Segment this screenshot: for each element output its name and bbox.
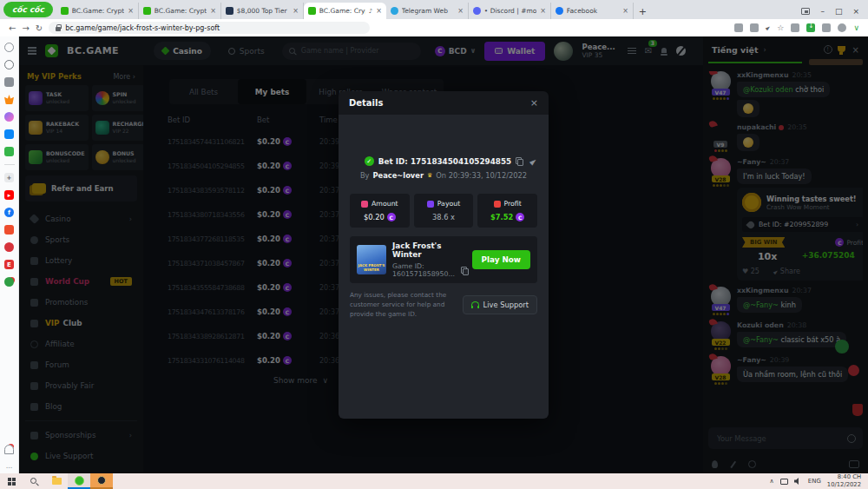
stat-payout: Payout 38.6 x: [414, 194, 474, 228]
bcgame-page: BC.GAME Casino Sports Game name | Provid…: [19, 36, 868, 473]
back-button[interactable]: ←: [9, 23, 16, 33]
payout-icon: [427, 201, 434, 208]
green-app-icon[interactable]: [4, 277, 14, 287]
copy-icon[interactable]: [516, 157, 523, 165]
profile-icon[interactable]: [838, 23, 846, 32]
profit-icon: [494, 201, 501, 208]
coccoc-taskbar-button[interactable]: [68, 473, 90, 489]
reload-button[interactable]: ↻: [36, 23, 43, 33]
tray-caret-icon[interactable]: ∧: [770, 478, 774, 485]
extension-icon[interactable]: [822, 23, 831, 32]
url-field[interactable]: bc.game/game/jack-frost-s-winter-by-pg-s…: [49, 22, 370, 34]
browser-tab-active[interactable]: BC.Game: Crypto Ca ♪ ×: [304, 3, 386, 19]
browser-tab[interactable]: • Discord | #mod-ann ×: [469, 3, 551, 19]
headset-icon: [471, 301, 479, 308]
forward-button[interactable]: →: [22, 23, 29, 33]
play-now-button[interactable]: Play Now: [472, 250, 530, 269]
modal-body: ► ✓ Bet ID: 1751834504105294855 By Peace…: [339, 115, 549, 419]
network-icon[interactable]: [780, 479, 788, 485]
folder-icon: [52, 478, 62, 485]
bookmark-star-icon[interactable]: ☆: [777, 23, 784, 32]
copy-icon[interactable]: [461, 267, 465, 274]
messenger-icon[interactable]: [4, 112, 14, 122]
discord-favicon: [473, 7, 481, 15]
zalo-icon[interactable]: [4, 129, 14, 139]
browser-tab[interactable]: BC.Game: Crypto Casino ×: [139, 3, 221, 19]
bet-stats: Amount $0.20C Payout 38.6 x Profit $7.52…: [350, 194, 537, 228]
youtube-icon[interactable]: ▸: [4, 190, 14, 200]
amount-icon: [361, 201, 368, 208]
bcgame-favicon: [308, 7, 316, 15]
tab-audio-icon[interactable]: ♪: [369, 8, 372, 15]
settings-gear-icon[interactable]: [4, 43, 14, 52]
window-maximize-button[interactable]: □: [835, 7, 843, 16]
more-icon[interactable]: ...: [6, 462, 13, 470]
stat-amount: Amount $0.20C: [350, 194, 410, 228]
tab-close-icon[interactable]: ×: [540, 7, 546, 15]
save-page-icon[interactable]: [734, 23, 743, 32]
tab-close-icon[interactable]: ×: [128, 7, 134, 15]
download-extension-icon[interactable]: [806, 23, 815, 32]
reading-list-icon[interactable]: [4, 77, 14, 87]
notification-bell-icon[interactable]: [4, 445, 14, 454]
modal-close-icon[interactable]: ×: [530, 97, 538, 109]
tab-close-icon[interactable]: ×: [622, 7, 628, 15]
coccoc-logo[interactable]: cốc cốc: [3, 2, 53, 17]
support-note: Any issues, please contact the customer …: [350, 291, 456, 320]
browser-tab[interactable]: Telegram Web ×: [386, 3, 469, 19]
game-thumbnail[interactable]: JACK FROST'S WINTER: [357, 245, 386, 274]
tab-close-icon[interactable]: ×: [210, 7, 216, 15]
adblock-shield-icon[interactable]: [791, 23, 799, 32]
address-bar-icons: ► ☆ ∨: [734, 23, 859, 32]
start-button[interactable]: [0, 473, 23, 489]
bettor-username[interactable]: Peace~lover: [373, 171, 424, 180]
translate-icon[interactable]: [750, 23, 759, 32]
coccoc-icon: [75, 476, 84, 486]
app-icon: [97, 476, 106, 485]
tab-search-icon[interactable]: [801, 8, 810, 15]
speaker-icon[interactable]: [794, 478, 802, 486]
keyboard-language[interactable]: ENG: [808, 478, 821, 485]
game-name: Jack Frost's Winter: [392, 241, 466, 259]
browser-tab[interactable]: Facebook ×: [551, 3, 634, 19]
flashing-app-button[interactable]: [90, 473, 113, 489]
tab-close-icon[interactable]: ×: [457, 7, 464, 15]
add-shortcut-icon[interactable]: +: [4, 173, 14, 182]
tab-close-icon[interactable]: ×: [376, 7, 382, 15]
address-bar: ← → ↻ bc.game/game/jack-frost-s-winter-b…: [0, 19, 868, 36]
bet-id-text: Bet ID: 1751834504105294855: [378, 157, 511, 166]
e-site-icon[interactable]: E: [4, 260, 14, 269]
windows-taskbar: ∧ ENG 8:40 CH 10/12/2022: [0, 473, 868, 489]
facebook-favicon: [556, 7, 563, 15]
history-icon[interactable]: [4, 60, 14, 69]
window-minimize-button[interactable]: –: [820, 7, 825, 16]
crown-icon: ♛: [427, 172, 432, 179]
shopee-icon[interactable]: [4, 225, 14, 235]
share-icon[interactable]: ►: [764, 23, 772, 32]
taskbar-search-button[interactable]: [23, 473, 45, 489]
tab-close-icon[interactable]: ×: [293, 7, 299, 15]
modal-header: Details ×: [339, 91, 549, 115]
stat-profit: Profit $7.52C: [477, 194, 537, 228]
details-modal: Details × ► ✓ Bet ID: 175183450410529485…: [339, 91, 549, 419]
avatar-shortcut-icon[interactable]: [4, 242, 14, 252]
file-explorer-button[interactable]: [45, 473, 68, 489]
facebook-icon[interactable]: f: [4, 208, 14, 217]
verified-check-icon: ✓: [365, 156, 374, 166]
lock-icon: [56, 27, 61, 31]
divider: [4, 164, 15, 165]
game-id-text: Game ID: 1601571858950...: [392, 262, 457, 278]
window-close-button[interactable]: ×: [852, 7, 859, 16]
downloads-icon[interactable]: ∨: [853, 23, 859, 32]
pgsoft-favicon: [226, 7, 233, 15]
coin-icon: C: [516, 213, 524, 221]
crown-icon[interactable]: [4, 95, 14, 104]
taskbar-clock[interactable]: 8:40 CH 10/12/2022: [827, 473, 861, 489]
browser-tab[interactable]: $8,000 Top Tier PGSoft M ×: [221, 3, 304, 19]
gamepad-icon[interactable]: [4, 147, 14, 156]
live-support-button[interactable]: Live Support: [463, 295, 537, 314]
telegram-favicon: [391, 7, 398, 15]
browser-tab[interactable]: BC.Game: Crypto Casino ×: [56, 3, 139, 19]
new-tab-button[interactable]: +: [639, 6, 647, 17]
game-card: JACK FROST'S WINTER Jack Frost's Winter …: [350, 236, 537, 283]
